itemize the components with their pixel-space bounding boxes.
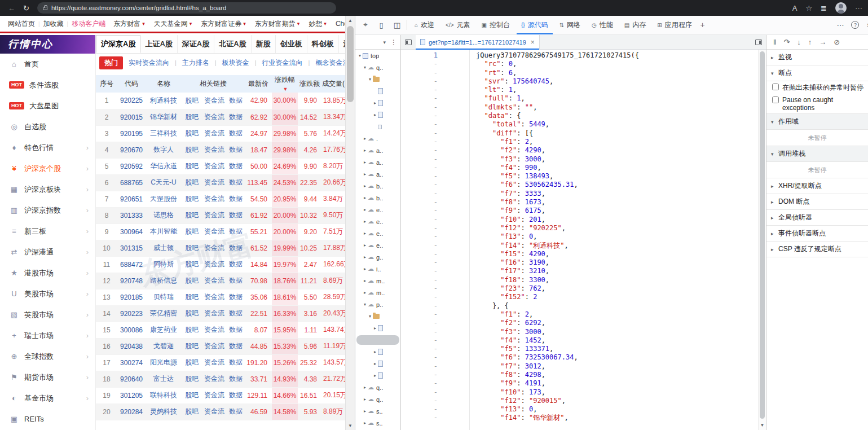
fund-flow-link[interactable]: 资金流: [202, 354, 227, 371]
scrollbar-thumb[interactable]: [347, 26, 354, 102]
fund-flow-link[interactable]: 资金流: [202, 273, 227, 289]
close-tab-icon[interactable]: ×: [531, 38, 535, 46]
stock-name-link[interactable]: C天元-U: [146, 174, 182, 191]
fund-flow-link[interactable]: 资金流: [202, 142, 227, 158]
sidebar-item-home[interactable]: ⌂首页: [0, 54, 95, 74]
devtools-tab-welcome[interactable]: ⌂欢迎: [410, 16, 439, 34]
stock-code-link[interactable]: 920592: [117, 158, 146, 174]
triangle-collapsed-icon[interactable]: ▸: [372, 361, 378, 366]
column-header-seq[interactable]: 序号: [96, 75, 117, 93]
market-tab[interactable]: 创业板: [276, 35, 307, 53]
stock-name-link[interactable]: 锦华新材: [146, 109, 182, 125]
subnav-link[interactable]: 主力排名: [182, 58, 209, 68]
chevron-down-icon[interactable]: ▾: [383, 40, 386, 45]
stock-name-link[interactable]: 数字人: [146, 142, 182, 158]
guba-link[interactable]: 股吧: [182, 305, 202, 322]
read-aloud-icon[interactable]: A: [792, 4, 797, 12]
data-link[interactable]: 数据: [227, 142, 245, 158]
data-link[interactable]: 数据: [227, 305, 245, 322]
tree-item-b[interactable]: ▸☁b..: [355, 180, 400, 192]
sidebar-item-watchlist[interactable]: ◎自选股: [0, 116, 95, 137]
guba-link[interactable]: 股吧: [182, 371, 202, 387]
triangle-collapsed-icon[interactable]: ▸: [372, 100, 378, 106]
tree-item-s[interactable]: ▸☁s..: [355, 405, 400, 417]
market-tab[interactable]: 沪深通: [339, 35, 345, 53]
tree-item[interactable]: ▸: [355, 346, 400, 358]
navigator-selected-file-pill[interactable]: [356, 335, 399, 345]
data-link[interactable]: 数据: [227, 125, 245, 142]
market-tab[interactable]: 科创板: [307, 35, 339, 53]
triangle-expanded-icon[interactable]: ▾: [362, 302, 368, 307]
add-panel-icon[interactable]: +: [697, 20, 709, 29]
section-header-xhr-breakpoints[interactable]: ▸XHR/提取断点: [766, 178, 868, 194]
deactivate-breakpoints-icon[interactable]: ⊘: [834, 38, 840, 46]
scroll-down-icon[interactable]: ▼: [346, 423, 355, 428]
stock-name-link[interactable]: 阳光电源: [146, 354, 182, 371]
triangle-collapsed-icon[interactable]: ▸: [362, 290, 368, 295]
market-tab[interactable]: 北证A股: [214, 35, 251, 53]
triangle-collapsed-icon[interactable]: ▸: [362, 160, 368, 165]
tree-item[interactable]: ▾: [355, 73, 400, 85]
tree-item[interactable]: ▸: [355, 109, 400, 121]
sidebar-item-swiss-market[interactable]: +瑞士市场›: [0, 325, 95, 346]
stock-name-link[interactable]: 戈碧迦: [146, 338, 182, 354]
devtools-tab-application[interactable]: ⊞应用程序: [653, 16, 696, 34]
fund-flow-link[interactable]: 资金流: [202, 93, 227, 109]
hot-badge[interactable]: 热门: [99, 56, 123, 69]
fund-flow-link[interactable]: 资金流: [202, 125, 227, 142]
stock-code-link[interactable]: 301315: [117, 240, 146, 256]
triangle-collapsed-icon[interactable]: ▸: [362, 195, 368, 200]
stock-name-link[interactable]: 联特科技: [146, 387, 182, 403]
tree-item-s[interactable]: ▸☁s..: [355, 417, 400, 429]
triangle-collapsed-icon[interactable]: ▸: [372, 112, 378, 117]
triangle-expanded-icon[interactable]: ▾: [367, 314, 373, 319]
data-link[interactable]: 数据: [227, 403, 245, 420]
market-tab[interactable]: 新股: [252, 35, 276, 53]
site-nav-link[interactable]: 加收藏: [43, 19, 64, 29]
guba-link[interactable]: 股吧: [182, 191, 202, 207]
tree-item-b[interactable]: ▸☁b..: [355, 192, 400, 204]
triangle-collapsed-icon[interactable]: ▸: [362, 420, 368, 425]
checkbox[interactable]: [772, 96, 779, 103]
tree-item[interactable]: ▸: [355, 358, 400, 370]
editor-file-tab[interactable]: get?np=1&fltt=1...=1761721027419 ×: [416, 35, 540, 50]
fund-flow-link[interactable]: 资金流: [202, 371, 227, 387]
triangle-collapsed-icon[interactable]: ▸: [362, 183, 368, 188]
sidebar-item-fund-market[interactable]: ◐基金市场›: [0, 388, 95, 409]
fund-flow-link[interactable]: 资金流: [202, 387, 227, 403]
sidebar-item-hsj-stocks[interactable]: ¥沪深京个股›: [0, 158, 95, 179]
triangle-collapsed-icon[interactable]: ▸: [362, 397, 368, 402]
triangle-collapsed-icon[interactable]: ▸: [362, 148, 368, 153]
stock-code-link[interactable]: 920223: [117, 305, 146, 322]
sidebar-item-conditional-stock-pick[interactable]: HOT条件选股: [0, 74, 95, 95]
data-link[interactable]: 数据: [227, 158, 245, 174]
data-link[interactable]: 数据: [227, 387, 245, 403]
tree-item-e[interactable]: ▸☁e..: [355, 227, 400, 239]
fund-flow-link[interactable]: 资金流: [202, 305, 227, 322]
fund-flow-link[interactable]: 资金流: [202, 289, 227, 305]
site-nav-dropdown[interactable]: 天天基金网▾: [154, 19, 192, 29]
devtools-tab-elements[interactable]: </>元素: [441, 16, 474, 34]
guba-link[interactable]: 股吧: [182, 338, 202, 354]
data-link[interactable]: 数据: [227, 354, 245, 371]
data-link[interactable]: 数据: [227, 109, 245, 125]
editor-scrollbar[interactable]: ▼: [758, 50, 766, 430]
data-link[interactable]: 数据: [227, 223, 245, 240]
guba-link[interactable]: 股吧: [182, 125, 202, 142]
triangle-collapsed-icon[interactable]: ▸: [362, 172, 368, 177]
stock-name-link[interactable]: 康芝药业: [146, 322, 182, 338]
subnav-link[interactable]: 概念资金流向: [315, 58, 345, 68]
data-link[interactable]: 数据: [227, 191, 245, 207]
tree-item-a[interactable]: ▸☁a..: [355, 144, 400, 156]
column-header-vol[interactable]: 成交量(: [321, 75, 345, 93]
sidebar-item-market-star-map[interactable]: HOT大盘星图: [0, 95, 95, 116]
tree-item-[interactable]: ▸☁.: [355, 133, 400, 144]
editor-scroll-down-icon[interactable]: ▼: [759, 423, 766, 428]
kebab-menu-icon[interactable]: ⋮: [390, 38, 397, 46]
triangle-collapsed-icon[interactable]: ▸: [362, 278, 368, 283]
site-nav-dropdown[interactable]: 东方财富证券▾: [201, 19, 246, 29]
stock-code-link[interactable]: 688765: [117, 174, 146, 191]
triangle-collapsed-icon[interactable]: ▸: [362, 231, 368, 236]
stock-code-link[interactable]: 920670: [117, 142, 146, 158]
triangle-expanded-icon[interactable]: ▾: [357, 53, 363, 58]
